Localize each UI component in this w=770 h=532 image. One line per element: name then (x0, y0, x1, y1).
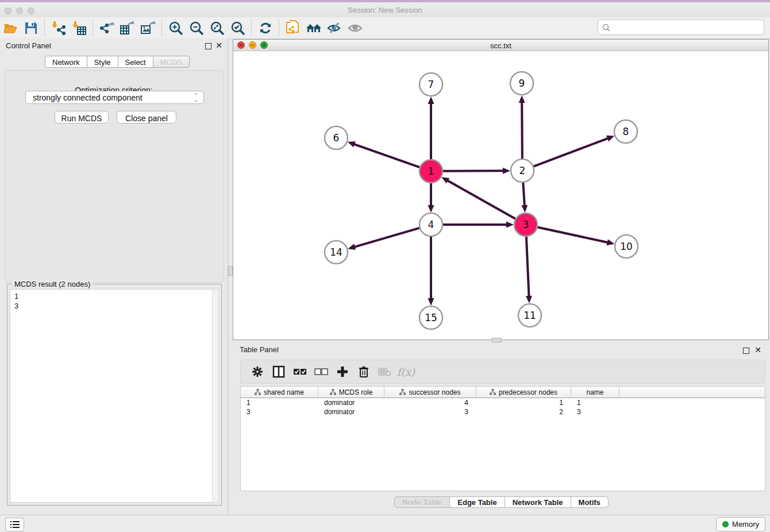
cell-predecessor-nodes[interactable]: 2 (476, 408, 571, 416)
export-table-button[interactable] (117, 19, 138, 37)
graph-node-4[interactable]: 4 (419, 213, 442, 236)
graph-node-1[interactable]: 1 (419, 160, 442, 183)
graph-node-2[interactable]: 2 (511, 159, 534, 182)
toolbar-separator (93, 20, 94, 37)
close-table-panel-icon[interactable]: ✕ (754, 345, 761, 354)
unselect-all-button[interactable] (310, 362, 332, 381)
open-folder-icon (3, 21, 18, 35)
cell-mcds-role[interactable]: dominator (318, 399, 384, 407)
table-settings-button[interactable] (247, 362, 268, 381)
cell-shared-name[interactable]: 1 (241, 399, 318, 407)
mcds-result-group: MCDS result (2 nodes) 1 3 (7, 284, 222, 506)
select-all-button[interactable] (289, 362, 310, 381)
import-network-icon (51, 21, 66, 36)
tab-node-table[interactable]: Node Table (394, 496, 450, 508)
fit-content-button[interactable] (207, 19, 228, 37)
zoom-in-button[interactable] (165, 19, 186, 37)
graph-edge-2-3[interactable] (521, 183, 528, 213)
graph-edge-4-14[interactable] (348, 228, 419, 250)
run-mcds-button[interactable]: Run MCDS (55, 111, 109, 124)
column-header-predecessor-nodes[interactable]: predecessor nodes (476, 387, 571, 398)
cell-name[interactable]: 1 (571, 399, 619, 407)
tab-network[interactable]: Network (45, 56, 87, 68)
graph-node-14[interactable]: 14 (325, 241, 348, 264)
graph-edge-2-8[interactable] (534, 136, 615, 167)
zoom-out-button[interactable] (186, 19, 207, 37)
graph-edge-2-9[interactable] (519, 95, 525, 159)
close-panel-button[interactable]: Close panel (117, 111, 176, 124)
tab-mcds[interactable]: MCDS (153, 56, 190, 68)
optimization-criterion-dropdown[interactable]: strongly connected component ⌃⌄ (25, 91, 204, 104)
graph-edge-3-1[interactable] (441, 177, 515, 218)
add-column-button[interactable] (332, 362, 353, 381)
column-label: successor nodes (409, 388, 460, 396)
toolbar-separator (44, 20, 45, 37)
export-image-button[interactable] (138, 19, 159, 37)
graph-edge-4-15[interactable] (428, 237, 434, 306)
graph-node-10[interactable]: 10 (615, 235, 638, 258)
refresh-button[interactable] (255, 19, 276, 37)
graph-node-15[interactable]: 15 (419, 306, 442, 329)
search-input[interactable] (610, 23, 764, 32)
dropdown-chevrons-icon: ⌃⌄ (194, 93, 198, 102)
result-scrollbar[interactable] (212, 289, 219, 503)
export-network-button[interactable] (97, 19, 117, 37)
graph-edge-3-11[interactable] (526, 237, 532, 303)
close-panel-icon[interactable]: ✕ (215, 41, 222, 50)
memory-button[interactable]: Memory (716, 517, 765, 531)
cell-successor-nodes[interactable]: 4 (384, 399, 476, 407)
column-header-mcds-role[interactable]: MCDS role (318, 387, 384, 398)
show-columns-button[interactable] (268, 362, 289, 381)
memory-label: Memory (732, 520, 759, 529)
graph-node-6[interactable]: 6 (325, 126, 348, 149)
graph-edge-1-4[interactable] (428, 183, 434, 213)
first-neighbors-button[interactable] (303, 19, 324, 37)
graph-edge-4-3[interactable] (443, 222, 514, 228)
show-all-button[interactable] (345, 19, 365, 37)
vertical-splitter-handle[interactable] (228, 266, 233, 276)
tab-style[interactable]: Style (87, 56, 118, 68)
graph-node-3[interactable]: 3 (514, 213, 537, 236)
clone-network-button[interactable] (283, 19, 303, 37)
cell-predecessor-nodes[interactable]: 1 (476, 399, 571, 407)
graph-edge-1-7[interactable] (428, 97, 434, 159)
zoom-selected-button[interactable] (228, 19, 248, 37)
hide-selected-button[interactable] (324, 19, 345, 37)
cell-name[interactable]: 3 (571, 408, 619, 416)
tab-select[interactable]: Select (118, 56, 153, 68)
import-table-button[interactable] (69, 19, 90, 37)
cell-shared-name[interactable]: 3 (241, 408, 318, 416)
column-header-name[interactable]: name (571, 387, 619, 398)
table-row[interactable]: 3 dominator 3 2 3 (241, 407, 765, 417)
table-row[interactable]: 1 dominator 4 1 1 (241, 398, 765, 407)
search-field[interactable] (598, 20, 764, 35)
cell-mcds-role[interactable]: dominator (318, 408, 384, 416)
network-window-title: scc.txt (233, 41, 768, 50)
graph-node-9[interactable]: 9 (510, 72, 533, 95)
mcds-result-list[interactable]: 1 3 (10, 289, 213, 503)
save-session-button[interactable] (21, 19, 41, 37)
tab-edge-table[interactable]: Edge Table (450, 496, 505, 508)
column-header-shared-name[interactable]: shared name (241, 387, 318, 398)
svg-text:6: 6 (333, 132, 340, 144)
graph-edge-1-6[interactable] (348, 141, 419, 167)
graph-node-11[interactable]: 11 (518, 304, 541, 327)
graph-node-7[interactable]: 7 (419, 73, 442, 96)
delete-column-button[interactable] (353, 362, 374, 381)
tab-motifs[interactable]: Motifs (571, 496, 609, 508)
open-file-button[interactable] (0, 19, 21, 37)
float-panel-icon[interactable] (205, 43, 211, 49)
network-canvas[interactable]: 7968124314101511 (233, 51, 768, 340)
network-window-titlebar[interactable]: ✕ − + scc.txt (233, 40, 768, 51)
horizontal-splitter-handle[interactable] (492, 338, 502, 342)
float-table-panel-icon[interactable] (743, 348, 749, 354)
task-history-button[interactable] (5, 518, 24, 531)
tab-network-table[interactable]: Network Table (505, 496, 571, 508)
graph-edge-3-10[interactable] (538, 227, 615, 245)
import-network-button[interactable] (48, 19, 69, 37)
graph-edge-1-2[interactable] (443, 168, 510, 174)
graph-node-8[interactable]: 8 (614, 120, 637, 143)
save-icon (24, 21, 38, 35)
cell-successor-nodes[interactable]: 3 (384, 408, 476, 416)
column-header-successor-nodes[interactable]: successor nodes (384, 387, 476, 398)
